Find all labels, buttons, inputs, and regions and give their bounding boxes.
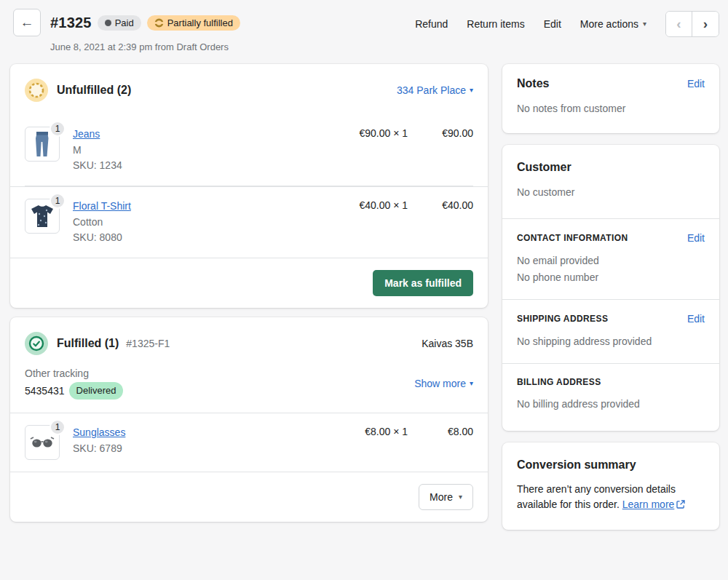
tshirt-image-icon	[29, 204, 55, 229]
show-more-link[interactable]: Show more ▾	[414, 378, 473, 389]
delivered-badge: Delivered	[69, 382, 124, 400]
header-main: #1325 Paid Partially fulfilled Refund Re…	[50, 9, 719, 52]
content: Unfulfilled (2) 334 Park Place ▾	[0, 52, 728, 530]
unfulfilled-status-icon	[25, 79, 48, 102]
customer-title: Customer	[517, 161, 571, 174]
unfulfilled-card: Unfulfilled (2) 334 Park Place ▾	[10, 64, 488, 308]
fulfillment-location: Kaivas 35B	[422, 338, 473, 349]
partially-fulfilled-icon	[154, 18, 164, 28]
fulfilled-status-icon	[25, 332, 48, 355]
sku-label: SKU: 6789	[73, 441, 320, 457]
variant-label: M	[73, 143, 320, 159]
unfulfilled-items: 1 Jeans M SKU: 1234 €90.00 × 1 €90.00	[10, 115, 488, 258]
phone-line: No phone number	[517, 269, 705, 286]
header-actions: Refund Return items Edit More actions ▾ …	[415, 9, 719, 37]
caret-down-icon: ▾	[470, 380, 473, 387]
learn-more-link[interactable]: Learn more	[622, 498, 686, 510]
order-date-subtitle: June 8, 2021 at 2:39 pm from Draft Order…	[50, 41, 719, 52]
more-button[interactable]: More ▾	[419, 484, 473, 510]
sku-label: SKU: 1234	[73, 158, 320, 174]
line-item-jeans: 1 Jeans M SKU: 1234 €90.00 × 1 €90.00	[10, 115, 488, 186]
filled-dot-icon	[105, 20, 111, 26]
notes-body: No notes from customer	[517, 100, 705, 117]
line-total: €8.00	[408, 425, 473, 437]
variant-label: Cotton	[73, 215, 320, 231]
refund-button[interactable]: Refund	[415, 18, 448, 30]
more-actions-button[interactable]: More actions ▾	[580, 18, 646, 30]
page-header: ← #1325 Paid Partially fulfilled Refund …	[0, 0, 728, 52]
product-link[interactable]: Floral T-Shirt	[73, 200, 131, 212]
quantity-badge: 1	[50, 121, 66, 137]
quantity-badge: 1	[50, 193, 66, 209]
fulfilled-card: Fulfilled (1) #1325-F1 Kaivas 35B Other …	[10, 317, 488, 522]
conversion-title: Conversion summary	[517, 458, 636, 472]
unit-price: €8.00 × 1	[320, 425, 408, 437]
page-title: #1325	[50, 15, 92, 31]
billing-address-section: BILLING ADDRESS No billing address provi…	[502, 363, 719, 430]
fulfilled-title: Fulfilled (1)	[57, 337, 119, 350]
sku-label: SKU: 8080	[73, 230, 320, 246]
shipping-heading: SHIPPING ADDRESS	[517, 314, 608, 324]
shipping-line: No shipping address provided	[517, 333, 705, 350]
back-button[interactable]: ←	[13, 9, 41, 36]
line-total: €40.00	[408, 199, 473, 211]
return-items-button[interactable]: Return items	[467, 18, 524, 30]
unit-price: €90.00 × 1	[320, 127, 408, 139]
customer-card: Customer No customer CONTACT INFORMATION…	[502, 145, 719, 430]
edit-order-button[interactable]: Edit	[544, 18, 561, 30]
line-item-sunglasses: 1 Sunglasses SKU: 6789 €8.00 × 1 €8.00	[10, 413, 488, 472]
contact-information-section: CONTACT INFORMATION Edit No email provid…	[502, 218, 719, 299]
notes-card: Notes Edit No notes from customer	[502, 64, 719, 133]
fulfillment-id: #1325-F1	[126, 338, 170, 349]
unit-price: €40.00 × 1	[320, 199, 408, 211]
sidebar: Notes Edit No notes from customer Custom…	[502, 64, 719, 530]
tracking-label: Other tracking	[25, 365, 123, 381]
shipping-address-section: SHIPPING ADDRESS Edit No shipping addres…	[502, 299, 719, 363]
quantity-badge: 1	[50, 419, 66, 435]
mark-as-fulfilled-button[interactable]: Mark as fulfilled	[373, 270, 473, 296]
conversion-summary-card: Conversion summary There aren’t any conv…	[502, 442, 719, 530]
caret-down-icon: ▾	[643, 20, 646, 28]
caret-down-icon: ▾	[459, 493, 462, 501]
fulfillment-status-badge: Partially fulfilled	[147, 15, 240, 31]
caret-down-icon: ▾	[470, 87, 473, 94]
previous-order-button[interactable]: ‹	[666, 12, 692, 36]
edit-shipping-link[interactable]: Edit	[687, 313, 705, 325]
contact-heading: CONTACT INFORMATION	[517, 233, 628, 243]
line-total: €90.00	[408, 127, 473, 139]
tracking-number: 5435431	[25, 383, 65, 399]
edit-contact-link[interactable]: Edit	[687, 232, 705, 244]
tracking-block: Other tracking 5435431 Delivered Show mo…	[10, 365, 488, 413]
paid-status-badge: Paid	[98, 15, 141, 31]
edit-notes-link[interactable]: Edit	[687, 78, 705, 90]
external-link-icon	[676, 498, 685, 514]
customer-empty: No customer	[517, 184, 705, 201]
jeans-image-icon	[33, 130, 52, 158]
notes-title: Notes	[517, 77, 549, 90]
back-arrow-icon: ←	[20, 15, 34, 31]
product-link[interactable]: Sunglasses	[73, 426, 125, 438]
line-item-floral-tshirt: 1 Floral T-Shirt Cotton SKU: 8080 €40.00…	[10, 186, 488, 258]
order-pager: ‹ ›	[665, 11, 719, 37]
product-link[interactable]: Jeans	[73, 128, 100, 140]
email-line: No email provided	[517, 253, 705, 269]
location-dropdown-link[interactable]: 334 Park Place ▾	[397, 84, 473, 96]
main-column: Unfulfilled (2) 334 Park Place ▾	[10, 64, 488, 522]
billing-heading: BILLING ADDRESS	[517, 377, 601, 387]
sunglasses-image-icon	[29, 435, 55, 450]
next-order-button[interactable]: ›	[692, 12, 719, 36]
unfulfilled-title: Unfulfilled (2)	[57, 84, 131, 97]
billing-line: No billing address provided	[517, 396, 705, 413]
